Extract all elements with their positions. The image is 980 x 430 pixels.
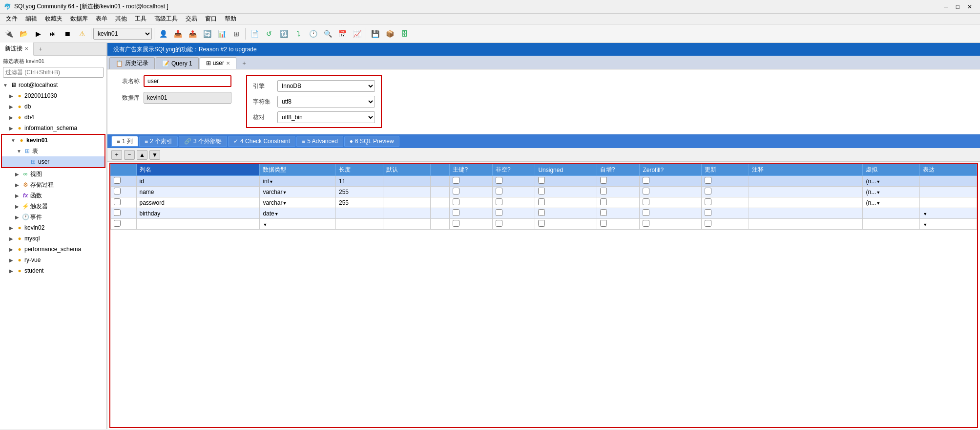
zerofill-checkbox[interactable] [643,198,649,205]
import-btn[interactable]: 📥 [171,27,185,41]
pk-checkbox[interactable] [453,177,459,184]
menu-database[interactable]: 数据库 [66,14,92,24]
cell-expr[interactable] [920,197,977,208]
update-checkbox[interactable] [705,198,711,205]
unsigned-checkbox[interactable] [538,177,545,184]
update-checkbox[interactable] [705,220,711,227]
notnull-checkbox[interactable] [496,220,502,227]
cell-comment[interactable] [749,187,844,197]
update-checkbox[interactable] [705,188,711,194]
ai-checkbox[interactable] [600,177,607,184]
zerofill-checkbox[interactable] [643,177,649,184]
tab-history[interactable]: 📋 历史记录 [109,57,155,69]
diff-btn[interactable]: ⤵ [292,27,305,41]
cell-length[interactable] [335,208,383,219]
tree-item-2020[interactable]: ▶ ● 2020011030 [0,90,106,101]
tree-item-kevin01[interactable]: ▼ ● kevin01 [2,135,104,146]
tree-toggle-triggers[interactable]: ▶ [14,204,21,209]
cell-update[interactable] [701,208,749,219]
cell-expr[interactable] [920,187,977,197]
row-checkbox[interactable] [114,209,121,216]
tree-item-root[interactable]: ▼ 🖥 root@localhost [0,80,106,90]
cell-length[interactable] [335,219,383,230]
zerofill-checkbox[interactable] [643,209,649,216]
row-checkbox[interactable] [114,198,121,205]
cell-type[interactable]: ▼ [260,219,336,230]
cell-zerofill[interactable] [640,187,701,197]
filter-input[interactable] [3,67,104,78]
cell-zerofill[interactable] [640,197,701,208]
refresh1-btn[interactable]: ↺ [262,27,276,41]
tree-toggle-db4[interactable]: ▶ [8,115,15,120]
table-row[interactable]: name varchar▼ 255 (n...▼ [111,187,977,197]
cell-name[interactable]: id [136,176,260,187]
cell-type[interactable]: varchar▼ [260,197,336,208]
cell-autoincrement[interactable] [597,176,640,187]
skip-btn[interactable]: ⏭ [46,27,60,41]
row-checkbox[interactable] [114,177,121,184]
schema-btn[interactable]: 📊 [215,27,229,41]
menu-advanced-tools[interactable]: 高级工具 [150,14,182,24]
unsigned-checkbox[interactable] [538,209,545,216]
charset-select[interactable]: utf8 utf8mb4 [277,96,375,108]
ai-checkbox[interactable] [600,209,607,216]
tree-item-procs[interactable]: ▶ ⚙ 存储过程 [0,179,106,190]
cell-name[interactable]: birthday [136,208,260,219]
cell-length[interactable]: 255 [335,197,383,208]
cell-update[interactable] [701,176,749,187]
pk-checkbox[interactable] [453,198,459,205]
cell-pk[interactable] [450,187,493,197]
tree-toggle-student[interactable]: ▶ [8,268,15,274]
type-dropdown-icon[interactable]: ▼ [269,179,273,184]
table-row[interactable]: birthday date▼ ▼ [111,208,977,219]
column-tab-advanced[interactable]: ≡ 5 Advanced [296,136,343,147]
tree-item-perfschema[interactable]: ▶ ● performance_schema [0,244,106,255]
cell-check[interactable] [111,176,137,187]
cell-unsigned[interactable] [535,219,597,230]
pk-checkbox[interactable] [453,188,459,194]
cell-default[interactable] [383,208,431,219]
collation-select[interactable]: utf8_bin utf8_general_ci [277,111,375,123]
tree-item-events[interactable]: ▶ 🕐 事件 [0,212,106,222]
tree-item-user[interactable]: ⊞ user [2,156,104,167]
cell-notnull[interactable] [492,187,535,197]
cell-zerofill[interactable] [640,208,701,219]
type-dropdown-icon[interactable]: ▼ [274,212,279,216]
menu-help[interactable]: 帮助 [221,14,240,24]
cell-virtual[interactable] [863,208,920,219]
type-dropdown-icon[interactable]: ▼ [282,201,287,206]
cell-check[interactable] [111,187,137,197]
tree-toggle-tables[interactable]: ▼ [16,149,22,154]
move-up-btn[interactable]: ▲ [137,150,147,160]
tree-item-tables[interactable]: ▼ ⊞ 表 [2,146,104,156]
tree-toggle-info[interactable]: ▶ [8,126,15,131]
cell-expr[interactable]: ▼ [920,208,977,219]
row-checkbox[interactable] [114,188,121,194]
tree-toggle-mysql[interactable]: ▶ [8,236,15,241]
menu-transaction[interactable]: 交易 [182,14,201,24]
cell-notnull[interactable] [492,176,535,187]
ai-checkbox[interactable] [600,188,607,194]
cell-zerofill[interactable] [640,219,701,230]
cell-virtual[interactable]: (n...▼ [863,187,920,197]
close-btn[interactable]: ✕ [963,3,976,10]
cell-pk[interactable] [450,219,493,230]
refresh2-btn[interactable]: 🔃 [277,27,291,41]
column-tab-foreign[interactable]: 🔗 3 个外部键 [179,136,227,147]
add-column-btn[interactable]: ＋ [111,150,122,160]
doc-btn[interactable]: 📄 [248,27,261,41]
cell-check[interactable] [111,197,137,208]
cell-unsigned[interactable] [535,176,597,187]
cell-notnull[interactable] [492,197,535,208]
move-down-btn[interactable]: ▼ [149,150,160,160]
expr-dropdown-icon[interactable]: ▼ [923,222,927,227]
update-checkbox[interactable] [705,177,711,184]
sync-btn[interactable]: 🔄 [200,27,214,41]
cell-notnull[interactable] [492,208,535,219]
tree-toggle-ryvue[interactable]: ▶ [8,258,15,263]
column-tab-indexes[interactable]: ≡ 2 个索引 [139,136,178,147]
tree-item-db4[interactable]: ▶ ● db4 [0,112,106,123]
unsigned-checkbox[interactable] [538,198,545,205]
virtual-dropdown-icon[interactable]: ▼ [876,190,880,195]
ai-checkbox[interactable] [600,220,607,227]
